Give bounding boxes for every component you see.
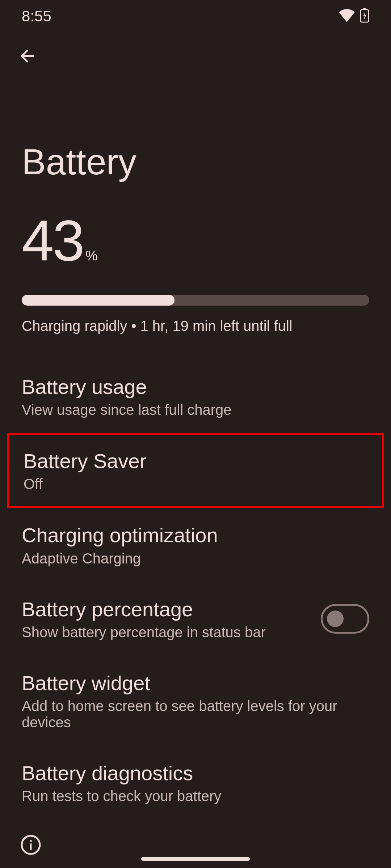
setting-subtitle: Off: [24, 476, 367, 492]
svg-rect-3: [30, 843, 32, 850]
status-icons: [339, 8, 369, 24]
setting-text: Battery diagnostics Run tests to check y…: [22, 761, 369, 804]
setting-title: Charging optimization: [22, 523, 369, 547]
svg-rect-1: [363, 8, 366, 10]
arrow-left-icon: [17, 46, 37, 66]
wifi-icon: [339, 9, 355, 24]
battery-saver-item[interactable]: Battery Saver Off: [7, 433, 384, 508]
settings-list: Battery usage View usage since last full…: [0, 345, 391, 820]
battery-widget-item[interactable]: Battery widget Add to home screen to see…: [0, 656, 391, 746]
setting-subtitle: Adaptive Charging: [22, 550, 369, 567]
back-button[interactable]: [14, 43, 40, 69]
battery-level: 43 %: [22, 212, 369, 269]
battery-level-unit: %: [85, 248, 98, 264]
charging-status: Charging rapidly • 1 hr, 19 min left unt…: [22, 318, 369, 334]
setting-subtitle: Show battery percentage in status bar: [22, 624, 321, 641]
battery-usage-item[interactable]: Battery usage View usage since last full…: [0, 359, 391, 433]
battery-percentage-item[interactable]: Battery percentage Show battery percenta…: [0, 582, 391, 656]
battery-progress-fill: [22, 295, 175, 306]
app-bar: [0, 33, 391, 69]
battery-charging-icon: [360, 8, 369, 24]
page-title: Battery: [0, 69, 391, 204]
battery-percentage-toggle[interactable]: [321, 604, 369, 634]
setting-text: Charging optimization Adaptive Charging: [22, 523, 369, 566]
info-button[interactable]: [20, 834, 42, 857]
svg-rect-4: [30, 840, 32, 842]
setting-subtitle: Run tests to check your battery: [22, 788, 369, 804]
nav-handle[interactable]: [141, 857, 250, 861]
battery-level-section: 43 % Charging rapidly • 1 hr, 19 min lef…: [0, 204, 391, 345]
toggle-thumb: [327, 610, 344, 627]
battery-diagnostics-item[interactable]: Battery diagnostics Run tests to check y…: [0, 746, 391, 820]
setting-title: Battery widget: [22, 671, 369, 695]
battery-progress-bar: [22, 295, 369, 306]
setting-title: Battery Saver: [24, 449, 367, 473]
setting-text: Battery percentage Show battery percenta…: [22, 597, 321, 641]
setting-subtitle: View usage since last full charge: [22, 402, 369, 418]
setting-text: Battery Saver Off: [24, 449, 367, 492]
setting-title: Battery percentage: [22, 597, 321, 621]
setting-title: Battery usage: [22, 375, 369, 399]
info-icon: [20, 834, 42, 856]
status-bar: 8:55: [0, 0, 391, 33]
setting-text: Battery widget Add to home screen to see…: [22, 671, 369, 731]
charging-optimization-item[interactable]: Charging optimization Adaptive Charging: [0, 508, 391, 582]
setting-text: Battery usage View usage since last full…: [22, 375, 369, 418]
setting-title: Battery diagnostics: [22, 761, 369, 785]
status-time: 8:55: [22, 8, 51, 25]
setting-subtitle: Add to home screen to see battery levels…: [22, 698, 369, 731]
battery-level-value: 43: [22, 212, 83, 269]
